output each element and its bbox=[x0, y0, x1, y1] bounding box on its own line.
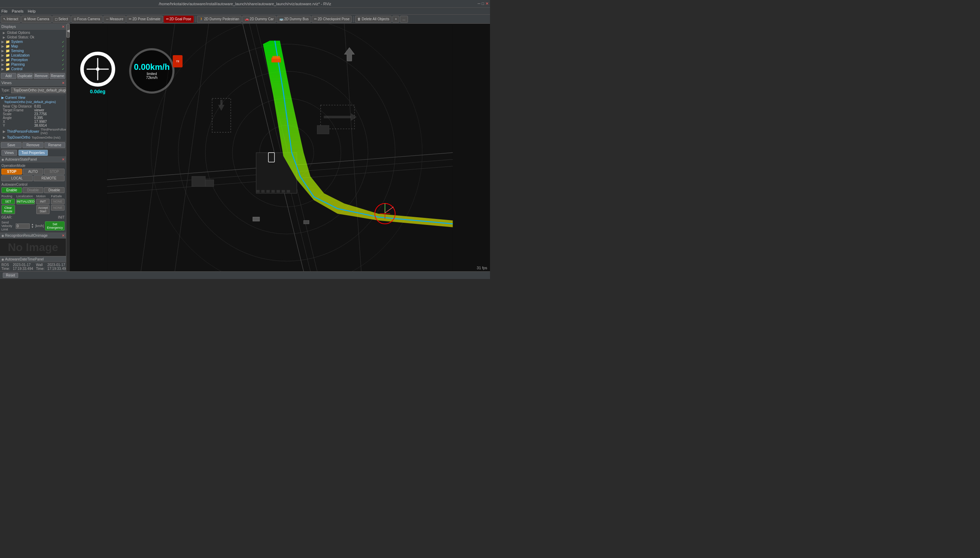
rename-view-btn[interactable]: Rename bbox=[44, 142, 65, 148]
sensing-folder[interactable]: ▶ 📁 Sensing ✓ bbox=[0, 49, 66, 53]
remove-view-btn[interactable]: Remove bbox=[22, 142, 43, 148]
svg-rect-17 bbox=[262, 190, 265, 193]
reset-btn[interactable]: Reset bbox=[3, 273, 18, 278]
add-tool-btn[interactable]: + bbox=[392, 16, 399, 23]
more-tools-btn[interactable]: ... bbox=[400, 16, 407, 23]
tab-tool-properties[interactable]: Tool Properties bbox=[18, 150, 48, 156]
map-label: Map bbox=[11, 44, 18, 48]
localization-folder[interactable]: ▶ 📁 Localization ✓ bbox=[0, 53, 66, 57]
velocity-unit: [km/h] bbox=[35, 224, 44, 228]
recognition-content: No Image bbox=[0, 238, 66, 256]
autoware-state-header: ◉ AutowareStatePanel ✕ bbox=[0, 157, 66, 162]
control-label: Control bbox=[11, 67, 22, 71]
recognition-close-btn[interactable]: ✕ bbox=[62, 234, 65, 238]
move-camera-label: Move Camera bbox=[27, 17, 49, 21]
accept-start-btn[interactable]: Accept Start bbox=[36, 205, 50, 214]
velocity-input[interactable] bbox=[16, 223, 29, 229]
add-display-btn[interactable]: Add bbox=[1, 73, 16, 79]
panel-collapse-arrow[interactable]: ◀ bbox=[66, 24, 70, 38]
y-label: Y bbox=[3, 124, 34, 128]
spinner-up[interactable]: ▲ ▼ bbox=[31, 223, 34, 229]
folder-expand-icon2: ▶ bbox=[2, 44, 4, 48]
autoware-state-close-btn[interactable]: ✕ bbox=[62, 158, 65, 161]
auto-btn[interactable]: AUTO bbox=[23, 169, 43, 175]
maximize-btn[interactable]: □ bbox=[482, 2, 484, 6]
top-down-view[interactable]: ▶ TopDownOrtho TopDownOrtho (rviz) bbox=[2, 135, 65, 140]
global-status-item[interactable]: ▶ Global Status: Ok bbox=[0, 35, 66, 39]
dummy-pedestrian-btn[interactable]: 🚶 2D Dummy Pedestrian bbox=[197, 16, 242, 23]
scale-label: Scale bbox=[3, 112, 34, 116]
stop-active-btn[interactable]: STOP bbox=[2, 169, 22, 175]
none-btn2[interactable]: NONE bbox=[51, 205, 65, 210]
autoware-state-title: ◉ AutowareStatePanel bbox=[2, 158, 37, 161]
third-person-view[interactable]: ▶ ThirdPersonFollower ThirdPersonFollowe… bbox=[2, 128, 65, 135]
map-folder[interactable]: ▶ 📁 Map ✓ bbox=[0, 44, 66, 49]
control-check: ✓ bbox=[62, 67, 65, 71]
select-btn[interactable]: ◻ Select bbox=[52, 16, 70, 23]
dummy-car-btn[interactable]: 🚗 2D Dummy Car bbox=[242, 16, 276, 23]
menu-help[interactable]: Help bbox=[28, 9, 36, 13]
gear-init-row: GEAR: INIT bbox=[2, 215, 65, 219]
set-btn[interactable]: SET bbox=[2, 199, 15, 204]
pose-estimate-btn[interactable]: ✏ 2D Pose Estimate bbox=[126, 16, 163, 23]
rename-display-btn[interactable]: Rename bbox=[49, 73, 65, 79]
save-view-btn[interactable]: Save bbox=[1, 142, 22, 148]
ros-time-value: 2023-01-17 17:19:33.494 bbox=[13, 263, 33, 271]
views-type-select[interactable]: TopDownOrtho (rviz_default_plugins) bbox=[11, 87, 66, 93]
collapse-icon: ◀ bbox=[67, 28, 70, 33]
init-btn[interactable]: INIT bbox=[36, 199, 50, 204]
dummy-bus-label: 2D Dummy Bus bbox=[284, 17, 309, 21]
delete-all-btn[interactable]: 🗑 Delete All Objects bbox=[355, 16, 392, 23]
set-emergency-btn[interactable]: Set Emergency bbox=[45, 222, 65, 230]
minimize-btn[interactable]: ─ bbox=[478, 2, 481, 6]
localization-col: Localization INITIALIZED bbox=[16, 195, 35, 214]
system-folder[interactable]: ▶ 📁 System ✓ bbox=[0, 39, 66, 44]
target-frame-val: viewer bbox=[34, 108, 44, 112]
remove-display-btn[interactable]: Remove bbox=[33, 73, 49, 79]
recognition-title: ◉ RecognitionResultOnimage bbox=[2, 234, 47, 238]
close-btn[interactable]: ✕ bbox=[486, 2, 489, 6]
ros-time-label: ROS Time: bbox=[2, 263, 10, 271]
menu-panels[interactable]: Panels bbox=[12, 9, 24, 13]
angle-prop: Angle 0.395 bbox=[2, 116, 65, 120]
displays-header: Displays ✕ bbox=[0, 24, 66, 30]
disable-inactive-btn: Disable bbox=[23, 187, 43, 193]
dummy-bus-btn[interactable]: 🚌 2D Dummy Bus bbox=[277, 16, 311, 23]
tab-views[interactable]: Views bbox=[2, 150, 17, 156]
interact-btn[interactable]: ↖ Interact bbox=[1, 16, 21, 23]
enable-btn[interactable]: Enable bbox=[2, 187, 22, 193]
autoware-control-label: AutowareControl bbox=[2, 183, 65, 187]
plus-icon: + bbox=[395, 17, 397, 21]
move-camera-btn[interactable]: ⊕ Move Camera bbox=[21, 16, 52, 23]
remote-btn[interactable]: REMOTE bbox=[33, 175, 65, 181]
none-btn1[interactable]: NONE bbox=[51, 199, 65, 204]
focus-camera-btn[interactable]: ⊙ Focus Camera bbox=[71, 16, 103, 23]
stop-inactive-btn[interactable]: STOP bbox=[44, 169, 65, 175]
duplicate-display-btn[interactable]: Duplicate bbox=[17, 73, 33, 79]
initialized-btn[interactable]: INITIALIZED bbox=[16, 199, 35, 204]
goal-pose-btn[interactable]: ✏ 2D Goal Pose bbox=[164, 16, 194, 23]
checkpoint-pose-btn[interactable]: ✏ 2D Checkpoint Pose bbox=[312, 16, 352, 23]
folder-expand-icon7: ▶ bbox=[2, 67, 4, 71]
displays-close-btn[interactable]: ✕ bbox=[62, 25, 65, 29]
planning-folder[interactable]: ▶ 📁 Planning ✓ bbox=[0, 62, 66, 67]
pose-estimate-label: 2D Pose Estimate bbox=[132, 17, 160, 21]
menu-file[interactable]: File bbox=[2, 9, 8, 13]
checkpoint-icon: ✏ bbox=[314, 17, 317, 21]
measure-btn[interactable]: ↔ Measure bbox=[103, 16, 126, 23]
folder-expand-icon3: ▶ bbox=[2, 49, 4, 53]
local-btn[interactable]: LOCAL bbox=[2, 175, 33, 181]
folder-icon2: 📁 bbox=[6, 44, 10, 48]
right-arrow-icon2: ▶ bbox=[3, 136, 6, 140]
views-close-btn[interactable]: ✕ bbox=[62, 81, 65, 85]
motion-col: Motion INIT Accept Start bbox=[36, 195, 50, 214]
global-options-item[interactable]: ▶ Global Options bbox=[0, 30, 66, 35]
disable-btn[interactable]: Disable bbox=[44, 187, 65, 193]
viewport[interactable]: 0.0deg 0.00km/h limited 72km/h 72 31 fps bbox=[70, 24, 490, 271]
op-mode-row1: STOP AUTO STOP bbox=[2, 169, 65, 175]
svg-rect-25 bbox=[273, 56, 280, 59]
clear-route-btn[interactable]: Clear Route bbox=[2, 205, 15, 214]
perception-folder[interactable]: ▶ 📁 Perception ✓ bbox=[0, 57, 66, 62]
control-folder[interactable]: ▶ 📁 Control ✓ bbox=[0, 67, 66, 71]
folder-icon7: 📁 bbox=[6, 67, 10, 71]
